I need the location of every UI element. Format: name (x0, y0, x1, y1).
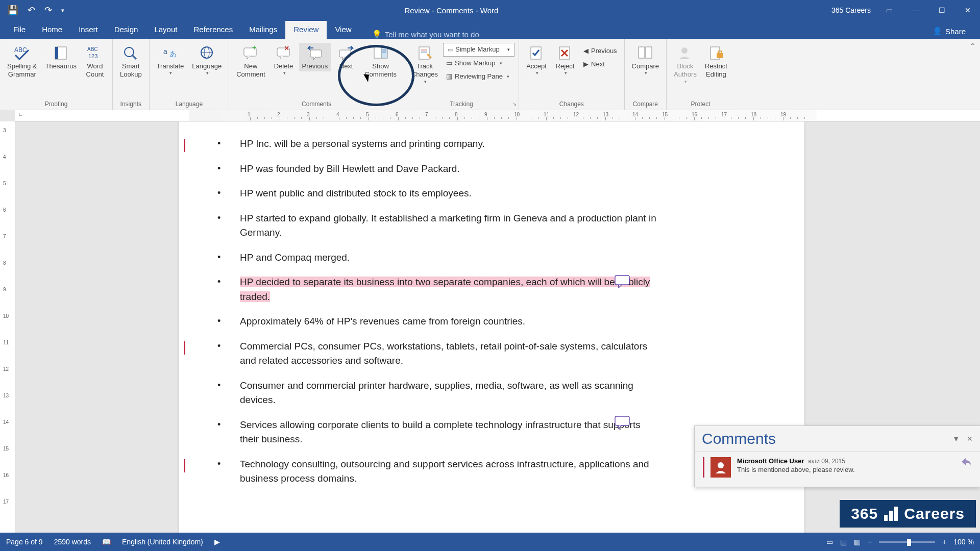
delete-comment-button[interactable]: ×Delete (271, 43, 297, 78)
block-authors-button[interactable]: Block Authors (671, 43, 700, 86)
show-comments-icon (371, 44, 391, 61)
tab-file[interactable]: File (5, 21, 34, 39)
status-page[interactable]: Page 6 of 9 (6, 538, 43, 546)
markup-combo[interactable]: ▭Simple Markup▾ (443, 43, 514, 57)
lightbulb-icon: 💡 (372, 30, 382, 39)
track-changes-button[interactable]: Track Changes (408, 43, 441, 86)
status-language[interactable]: English (United Kingdom) (122, 538, 203, 546)
tab-review[interactable]: Review (285, 21, 327, 39)
tab-mailings[interactable]: Mailings (241, 21, 285, 39)
changes-next-button[interactable]: ▶Next (580, 58, 620, 71)
restrict-editing-icon (706, 44, 726, 61)
compare-button[interactable]: Compare (629, 43, 662, 78)
titlebar: 💾 ↶ ↷ ▾ Review - Comments - Word 365 Car… (0, 0, 980, 20)
tab-layout[interactable]: Layout (146, 21, 185, 39)
compare-icon (635, 44, 655, 61)
group-comments-label: Comments (233, 98, 400, 110)
account-name[interactable]: 365 Careers (831, 6, 871, 14)
comment-marker-icon[interactable] (615, 416, 630, 434)
view-read-icon[interactable]: ▭ (826, 538, 833, 546)
close-icon[interactable]: ✕ (961, 4, 975, 16)
qat-more-icon[interactable]: ▾ (61, 7, 64, 14)
undo-icon[interactable]: ↶ (28, 5, 35, 16)
collapse-ribbon-icon[interactable]: ⌃ (970, 42, 976, 50)
reply-icon[interactable] (961, 457, 972, 478)
list-item[interactable]: HP started to expand globally. It establ… (214, 206, 658, 245)
group-changes-label: Changes (523, 98, 620, 110)
horizontal-ruler[interactable]: ∟ 12345678910111213141516171819 (15, 110, 980, 121)
svg-rect-28 (646, 47, 652, 58)
comment-marker-icon[interactable] (615, 275, 630, 293)
reviewing-pane-button[interactable]: ▥Reviewing Pane (443, 70, 514, 83)
status-words[interactable]: 2590 words (54, 538, 91, 546)
tab-references[interactable]: References (185, 21, 241, 39)
change-mark (184, 139, 185, 152)
list-item[interactable]: Approximately 64% of HP's revenues came … (214, 309, 658, 334)
group-language: aあTranslate Language Language (150, 39, 230, 110)
changes-previous-button[interactable]: ◀Previous (580, 45, 620, 58)
list-item[interactable]: Technology consulting, outsourcing and s… (214, 452, 658, 491)
redo-icon[interactable]: ↷ (44, 5, 52, 16)
list-item[interactable]: Consumer and commercial printer hardware… (214, 373, 658, 413)
list-item[interactable]: HP decided to separate its business into… (214, 270, 658, 309)
tab-view[interactable]: View (327, 21, 359, 39)
group-protect: Block Authors Restrict Editing Protect (667, 39, 734, 110)
reject-button[interactable]: Reject (552, 43, 578, 78)
tell-me-placeholder: Tell me what you want to do (385, 30, 479, 39)
changes-previous-icon: ◀ (583, 46, 589, 57)
zoom-in-icon[interactable]: + (942, 538, 946, 546)
spelling-grammar-button[interactable]: ABCSpelling & Grammar (4, 43, 40, 80)
share-icon: 👤 (933, 27, 942, 36)
list-item[interactable]: HP was founded by Bill Hewlett and Dave … (214, 157, 658, 182)
tab-home[interactable]: Home (34, 21, 70, 39)
comments-pane-close-icon[interactable]: ✕ (967, 435, 973, 443)
save-icon[interactable]: 💾 (7, 5, 18, 16)
delete-comment-icon: × (274, 44, 294, 61)
minimize-icon[interactable]: — (908, 4, 923, 16)
showmarkup-label: Show Markup (455, 58, 495, 69)
tab-selector-icon[interactable]: ∟ (18, 112, 23, 117)
zoom-level[interactable]: 100 % (953, 538, 974, 546)
status-macro-icon[interactable]: ▶ (214, 538, 220, 546)
reviewing-pane-icon: ▥ (446, 71, 452, 82)
view-web-icon[interactable]: ▦ (854, 538, 861, 546)
list-item[interactable]: Commercial PCs, consumer PCs, workstatio… (214, 334, 658, 373)
translate-button[interactable]: aあTranslate (154, 43, 187, 78)
previous-comment-button[interactable]: Previous (299, 43, 331, 71)
thesaurus-button[interactable]: Thesaurus (42, 43, 80, 71)
next-comment-icon (336, 44, 356, 61)
brand-watermark: 365 Careers (840, 500, 976, 528)
list-item[interactable]: Services allowing corporate clients to b… (214, 413, 658, 452)
spelling-label: Spelling & Grammar (7, 62, 37, 79)
zoom-out-icon[interactable]: − (868, 538, 872, 546)
view-print-icon[interactable]: ▤ (840, 538, 847, 546)
delete-comment-label: Delete (274, 62, 293, 70)
vertical-ruler[interactable]: 34567891011121314151617 (0, 121, 15, 533)
tracking-dialog-launcher-icon[interactable]: ↘ (512, 101, 517, 107)
smart-lookup-button[interactable]: Smart Lookup (117, 43, 145, 80)
tell-me-search[interactable]: 💡 Tell me what you want to do (360, 30, 923, 39)
svg-rect-33 (615, 276, 629, 285)
tab-design[interactable]: Design (106, 21, 146, 39)
svg-point-35 (718, 462, 724, 468)
trackchanges-label: Track Changes (411, 62, 438, 79)
tab-insert[interactable]: Insert (70, 21, 106, 39)
list-item[interactable]: HP and Compaq merged. (214, 245, 658, 270)
share-button[interactable]: 👤 Share (923, 23, 975, 39)
restrict-editing-button[interactable]: Restrict Editing (702, 43, 730, 80)
language-button[interactable]: Language (189, 43, 225, 78)
accept-button[interactable]: Accept (523, 43, 550, 78)
show-markup-button[interactable]: ▭Show Markup (443, 57, 514, 70)
zoom-slider[interactable] (879, 541, 935, 543)
word-count-button[interactable]: ABC123Word Count (82, 43, 108, 80)
list-item[interactable]: HP went public and distributed stock to … (214, 181, 658, 206)
maximize-icon[interactable]: ☐ (935, 4, 949, 16)
status-spellcheck-icon[interactable]: 📖 (102, 538, 111, 546)
wordcount-icon: ABC123 (85, 44, 105, 61)
ribbon-display-icon[interactable]: ▭ (882, 4, 897, 16)
list-item[interactable]: HP Inc. will be a personal systems and p… (214, 132, 658, 157)
new-comment-button[interactable]: +New Comment (233, 43, 268, 80)
avatar (710, 457, 731, 478)
next-comment-button[interactable]: Next (333, 43, 359, 71)
comments-pane-menu-icon[interactable]: ▼ (952, 435, 960, 443)
